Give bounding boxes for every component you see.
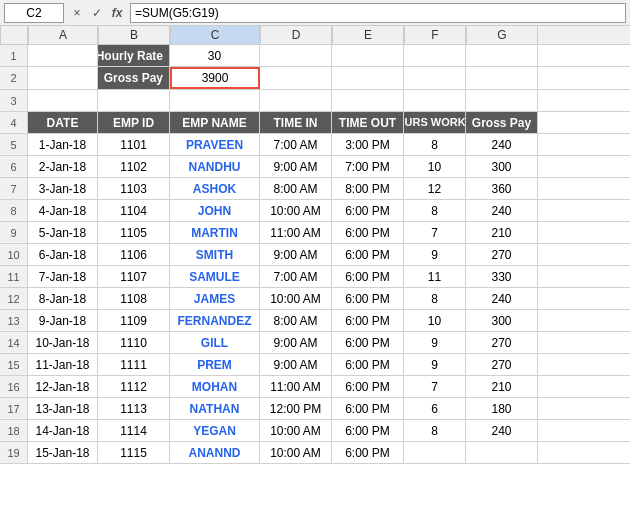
cell-F12[interactable]: 8 — [404, 288, 466, 309]
cell-A9[interactable]: 5-Jan-18 — [28, 222, 98, 243]
cell-E12[interactable]: 6:00 PM — [332, 288, 404, 309]
cell-C19[interactable]: ANANND — [170, 442, 260, 463]
cell-F19[interactable] — [404, 442, 466, 463]
cell-G5[interactable]: 240 — [466, 134, 538, 155]
cell-A10[interactable]: 6-Jan-18 — [28, 244, 98, 265]
cell-d2[interactable] — [260, 67, 332, 89]
cell-G6[interactable]: 300 — [466, 156, 538, 177]
cell-A13[interactable]: 9-Jan-18 — [28, 310, 98, 331]
cell-F13[interactable]: 10 — [404, 310, 466, 331]
cell-e4[interactable]: TIME OUT — [332, 112, 404, 133]
cell-D17[interactable]: 12:00 PM — [260, 398, 332, 419]
cell-g1[interactable] — [466, 45, 538, 66]
cell-b3[interactable] — [98, 90, 170, 111]
cell-E16[interactable]: 6:00 PM — [332, 376, 404, 397]
cell-G7[interactable]: 360 — [466, 178, 538, 199]
cell-C15[interactable]: PREM — [170, 354, 260, 375]
cell-G16[interactable]: 210 — [466, 376, 538, 397]
cell-C11[interactable]: SAMULE — [170, 266, 260, 287]
cell-A19[interactable]: 15-Jan-18 — [28, 442, 98, 463]
cell-C6[interactable]: NANDHU — [170, 156, 260, 177]
col-header-g[interactable]: G — [466, 26, 538, 44]
col-header-e[interactable]: E — [332, 26, 404, 44]
cell-f1[interactable] — [404, 45, 466, 66]
cell-D14[interactable]: 9:00 AM — [260, 332, 332, 353]
cell-A14[interactable]: 10-Jan-18 — [28, 332, 98, 353]
cell-A8[interactable]: 4-Jan-18 — [28, 200, 98, 221]
cell-D8[interactable]: 10:00 AM — [260, 200, 332, 221]
cell-B19[interactable]: 1115 — [98, 442, 170, 463]
cell-G9[interactable]: 210 — [466, 222, 538, 243]
cell-B13[interactable]: 1109 — [98, 310, 170, 331]
cell-G17[interactable]: 180 — [466, 398, 538, 419]
cell-E6[interactable]: 7:00 PM — [332, 156, 404, 177]
cell-B5[interactable]: 1101 — [98, 134, 170, 155]
cell-b4[interactable]: EMP ID — [98, 112, 170, 133]
cell-D5[interactable]: 7:00 AM — [260, 134, 332, 155]
cell-D19[interactable]: 10:00 AM — [260, 442, 332, 463]
cell-B6[interactable]: 1102 — [98, 156, 170, 177]
cell-E7[interactable]: 8:00 PM — [332, 178, 404, 199]
cell-F16[interactable]: 7 — [404, 376, 466, 397]
cell-E10[interactable]: 6:00 PM — [332, 244, 404, 265]
confirm-icon[interactable]: ✓ — [88, 6, 106, 20]
cell-C7[interactable]: ASHOK — [170, 178, 260, 199]
cell-D18[interactable]: 10:00 AM — [260, 420, 332, 441]
cell-B17[interactable]: 1113 — [98, 398, 170, 419]
cell-g4[interactable]: Gross Pay — [466, 112, 538, 133]
cell-B12[interactable]: 1108 — [98, 288, 170, 309]
cell-c1[interactable]: 30 — [170, 45, 260, 66]
cell-F6[interactable]: 10 — [404, 156, 466, 177]
cell-e1[interactable] — [332, 45, 404, 66]
cell-D16[interactable]: 11:00 AM — [260, 376, 332, 397]
fx-icon[interactable]: fx — [108, 6, 126, 20]
cell-G18[interactable]: 240 — [466, 420, 538, 441]
cell-A6[interactable]: 2-Jan-18 — [28, 156, 98, 177]
cell-D9[interactable]: 11:00 AM — [260, 222, 332, 243]
cell-E17[interactable]: 6:00 PM — [332, 398, 404, 419]
cell-a1[interactable] — [28, 45, 98, 66]
cell-G11[interactable]: 330 — [466, 266, 538, 287]
cell-f2[interactable] — [404, 67, 466, 89]
col-header-b[interactable]: B — [98, 26, 170, 44]
cell-F8[interactable]: 8 — [404, 200, 466, 221]
cell-b1[interactable]: Hourly Rate — [98, 45, 170, 66]
cancel-icon[interactable]: × — [68, 6, 86, 20]
cell-F9[interactable]: 7 — [404, 222, 466, 243]
cell-F11[interactable]: 11 — [404, 266, 466, 287]
cell-f3[interactable] — [404, 90, 466, 111]
cell-C16[interactable]: MOHAN — [170, 376, 260, 397]
col-header-f[interactable]: F — [404, 26, 466, 44]
cell-B9[interactable]: 1105 — [98, 222, 170, 243]
cell-E13[interactable]: 6:00 PM — [332, 310, 404, 331]
cell-C12[interactable]: JAMES — [170, 288, 260, 309]
cell-g3[interactable] — [466, 90, 538, 111]
cell-G14[interactable]: 270 — [466, 332, 538, 353]
cell-C10[interactable]: SMITH — [170, 244, 260, 265]
cell-A15[interactable]: 11-Jan-18 — [28, 354, 98, 375]
cell-B11[interactable]: 1107 — [98, 266, 170, 287]
cell-a3[interactable] — [28, 90, 98, 111]
cell-B14[interactable]: 1110 — [98, 332, 170, 353]
cell-E15[interactable]: 6:00 PM — [332, 354, 404, 375]
cell-G8[interactable]: 240 — [466, 200, 538, 221]
cell-a2[interactable] — [28, 67, 98, 89]
cell-E5[interactable]: 3:00 PM — [332, 134, 404, 155]
col-header-c[interactable]: C — [170, 26, 260, 44]
cell-D13[interactable]: 8:00 AM — [260, 310, 332, 331]
cell-D11[interactable]: 7:00 AM — [260, 266, 332, 287]
cell-C9[interactable]: MARTIN — [170, 222, 260, 243]
cell-A17[interactable]: 13-Jan-18 — [28, 398, 98, 419]
cell-A18[interactable]: 14-Jan-18 — [28, 420, 98, 441]
cell-C17[interactable]: NATHAN — [170, 398, 260, 419]
cell-c2[interactable]: 3900 — [170, 67, 260, 89]
cell-F17[interactable]: 6 — [404, 398, 466, 419]
cell-f4[interactable]: HOURS WORKED — [404, 112, 466, 133]
cell-C18[interactable]: YEGAN — [170, 420, 260, 441]
cell-F7[interactable]: 12 — [404, 178, 466, 199]
cell-G12[interactable]: 240 — [466, 288, 538, 309]
cell-G10[interactable]: 270 — [466, 244, 538, 265]
cell-a4[interactable]: DATE — [28, 112, 98, 133]
cell-E9[interactable]: 6:00 PM — [332, 222, 404, 243]
cell-d1[interactable] — [260, 45, 332, 66]
